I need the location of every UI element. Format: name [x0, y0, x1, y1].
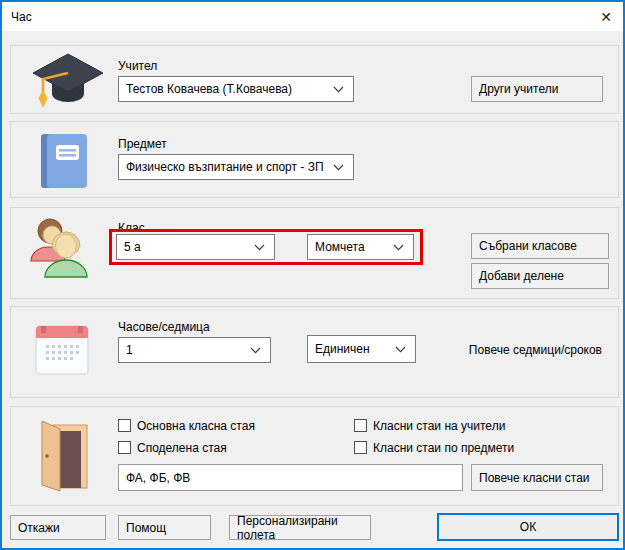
students-icon — [27, 215, 93, 286]
calendar-icon — [33, 320, 91, 381]
period-type-select[interactable]: Единичен — [307, 335, 416, 363]
chevron-down-icon — [250, 347, 261, 354]
group-select[interactable]: Момчета — [307, 234, 414, 260]
chevron-down-icon — [254, 244, 265, 251]
checkbox-icon — [354, 419, 367, 432]
close-icon[interactable]: ✕ — [589, 2, 623, 31]
rooms-input[interactable] — [118, 464, 463, 491]
help-button[interactable]: Помощ — [118, 515, 211, 540]
joint-classes-button[interactable]: Събрани класове — [471, 233, 609, 259]
subject-label: Предмет — [118, 137, 167, 151]
teachers-classrooms-checkbox[interactable]: Класни стаи на учители — [354, 418, 505, 433]
door-icon — [37, 420, 89, 495]
chevron-down-icon — [333, 86, 344, 93]
graduation-cap-icon — [27, 52, 107, 113]
subject-section: Предмет Физическо възпитание и спорт - З… — [10, 121, 619, 198]
checkbox-icon — [354, 441, 367, 454]
chevron-down-icon — [395, 346, 406, 353]
checkbox-icon — [118, 419, 131, 432]
lesson-dialog: Час ✕ Учител Тестов Ковачева (Т.Ковачева… — [0, 0, 625, 550]
custom-fields-button[interactable]: Персонализирани полета — [229, 515, 371, 540]
more-classrooms-button[interactable]: Повече класни стаи — [471, 464, 603, 491]
subject-classrooms-checkbox[interactable]: Класни стаи по предмети — [354, 440, 514, 455]
teacher-select[interactable]: Тестов Ковачева (Т.Ковачева) — [118, 76, 354, 102]
home-classroom-checkbox[interactable]: Основна класна стая — [118, 418, 255, 433]
cancel-button[interactable]: Откажи — [10, 515, 106, 540]
hours-section: Часове/седмица 1 Единичен Повече седмици… — [10, 306, 619, 398]
chevron-down-icon — [333, 164, 344, 171]
book-icon — [39, 133, 89, 192]
ok-button[interactable]: ОК — [437, 513, 619, 541]
more-weeks-terms-link[interactable]: Повече седмици/сроков — [469, 343, 602, 357]
teacher-label: Учител — [118, 59, 157, 73]
titlebar: Час ✕ — [2, 2, 623, 31]
class-section: Клас 5 а Момчета Събрани класове Добави … — [10, 207, 619, 299]
other-teachers-button[interactable]: Други учители — [471, 76, 603, 102]
class-select[interactable]: 5 а — [116, 234, 275, 260]
shared-room-checkbox[interactable]: Споделена стая — [118, 440, 227, 455]
add-division-button[interactable]: Добави делене — [471, 263, 609, 289]
rooms-section: Основна класна стая Споделена стая Класн… — [10, 406, 619, 506]
class-label: Клас — [118, 221, 145, 235]
hours-count-select[interactable]: 1 — [118, 337, 271, 363]
checkbox-icon — [118, 441, 131, 454]
window-title: Час — [2, 10, 32, 24]
chevron-down-icon — [393, 244, 404, 251]
hours-label: Часове/седмица — [118, 320, 210, 334]
teacher-section: Учител Тестов Ковачева (Т.Ковачева) Друг… — [10, 45, 619, 114]
dialog-body: Учител Тестов Ковачева (Т.Ковачева) Друг… — [2, 31, 623, 548]
subject-select[interactable]: Физическо възпитание и спорт - ЗП — [118, 154, 354, 180]
